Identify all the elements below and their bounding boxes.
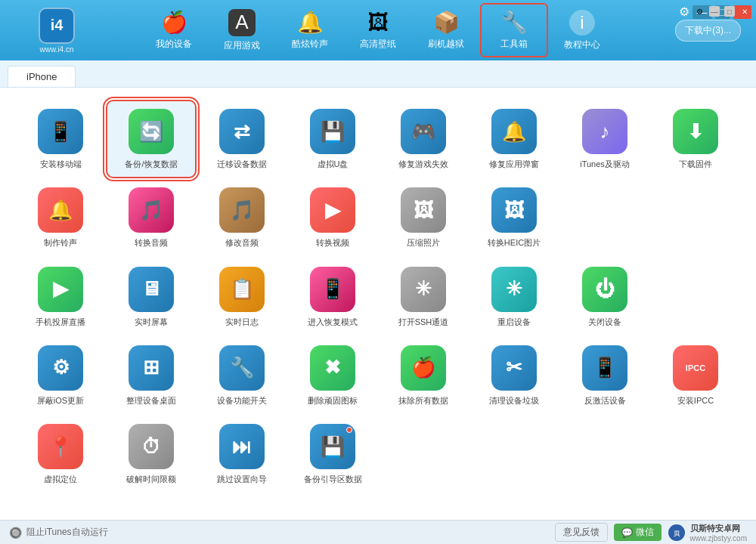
tool-icon-convert-audio: 🎵 xyxy=(129,187,174,233)
tool-item-break-time-limit[interactable]: ⏱破解时间限额 xyxy=(106,415,197,493)
tool-label-convert-video: 转换视频 xyxy=(316,237,349,248)
main-nav: 🍎 我的设备 A 应用游戏 🔔 酷炫铃声 🖼 高清壁纸 📦 刷机越狱 🔧 工具箱… xyxy=(106,3,650,57)
apple-icon: 🍎 xyxy=(161,10,187,35)
tool-item-compress-photo[interactable]: 🖼压缩照片 xyxy=(378,178,469,257)
tool-item-device-func-toggle[interactable]: 🔧设备功能开关 xyxy=(197,336,287,415)
tool-item-restart-device[interactable]: ✳重启设备 xyxy=(469,258,559,336)
wallpaper-icon: 🖼 xyxy=(367,10,389,35)
nav-item-my-device[interactable]: 🍎 我的设备 xyxy=(140,3,208,57)
tool-label-organize-desktop: 整理设备桌面 xyxy=(126,395,176,406)
tool-icon-open-ssh: ✳ xyxy=(401,267,446,312)
nav-item-tutorials[interactable]: i 教程中心 xyxy=(548,3,616,57)
tool-icon-virtual-location: 📍 xyxy=(38,424,83,469)
tool-item-recovery-mode[interactable]: 📱进入恢复模式 xyxy=(287,258,378,336)
close-btn[interactable]: ✕ xyxy=(739,6,750,17)
tool-item-make-ringtone[interactable]: 🔔制作铃声 xyxy=(15,178,106,257)
tool-icon-download-firmware: ⬇ xyxy=(673,109,718,154)
tool-label-install-mobile: 安装移动端 xyxy=(40,159,82,169)
tool-item-virtual-location[interactable]: 📍虚拟定位 xyxy=(15,415,106,493)
tool-item-backup-boot-sector[interactable]: 💾备份引导区数据 xyxy=(287,415,378,493)
wechat-button[interactable]: 💬 微信 xyxy=(614,524,662,541)
tool-item-convert-heic[interactable]: 🖼转换HEIC图片 xyxy=(469,178,559,257)
nav-item-ringtones[interactable]: 🔔 酷炫铃声 xyxy=(276,3,344,57)
tool-item-backup-restore[interactable]: 🔄备份/恢复数据 xyxy=(106,100,197,178)
tool-item-deactivate-device[interactable]: 📱反激活设备 xyxy=(559,336,650,415)
tool-item-block-ios-update[interactable]: ⚙屏蔽iOS更新 xyxy=(15,336,106,415)
brand-logo: 贝 贝斯特安卓网 www.zjbstyy.com xyxy=(668,523,747,542)
tool-item-download-firmware[interactable]: ⬇下载固件 xyxy=(650,100,741,178)
tool-icon-backup-boot-sector: 💾 xyxy=(310,424,355,469)
tool-item-realtime-log[interactable]: 📋实时日志 xyxy=(197,258,287,336)
brand-name: 贝斯特安卓网 xyxy=(690,523,747,534)
settings-icon[interactable]: ⚙ xyxy=(679,5,689,19)
itunes-block-text: 阻止iTunes自动运行 xyxy=(26,526,108,539)
tool-label-skip-setup-guide: 跳过设置向导 xyxy=(217,474,267,484)
tool-icon-convert-heic: 🖼 xyxy=(491,187,537,233)
nav-item-jailbreak[interactable]: 📦 刷机越狱 xyxy=(412,3,480,57)
main-content: 📱安装移动端🔄备份/恢复数据⇄迁移设备数据💾虚拟U盘🎮修复游戏失效🔔修复应用弹窗… xyxy=(0,88,756,520)
status-bar: 🔘 阻止iTunes自动运行 意见反馈 💬 微信 贝 贝斯特安卓网 www.zj… xyxy=(0,520,756,544)
jailbreak-icon: 📦 xyxy=(433,10,460,35)
toolbox-icon: 🔧 xyxy=(501,10,528,35)
tool-grid: 📱安装移动端🔄备份/恢复数据⇄迁移设备数据💾虚拟U盘🎮修复游戏失效🔔修复应用弹窗… xyxy=(15,100,741,493)
tool-label-screen-mirror: 手机投屏直播 xyxy=(36,317,85,327)
maximize-btn[interactable]: □ xyxy=(724,6,735,17)
tool-item-placeholder1 xyxy=(559,178,650,257)
tool-item-organize-desktop[interactable]: ⊞整理设备桌面 xyxy=(106,336,197,415)
tool-label-itunes-driver: iTunes及驱动 xyxy=(580,159,630,169)
nav-item-app-games[interactable]: A 应用游戏 xyxy=(208,3,276,57)
nav-label-wallpaper: 高清壁纸 xyxy=(360,38,396,51)
iphone-tab[interactable]: iPhone xyxy=(8,66,76,87)
tool-item-edit-audio[interactable]: 🎵修改音频 xyxy=(197,178,287,257)
tool-item-placeholder4 xyxy=(378,415,469,493)
tool-icon-fix-app-popup: 🔔 xyxy=(491,109,537,154)
tool-item-realtime-screen[interactable]: 🖥实时屏幕 xyxy=(106,258,197,336)
tool-label-download-firmware: 下载固件 xyxy=(679,159,712,169)
tool-item-convert-audio[interactable]: 🎵转换音频 xyxy=(106,178,197,257)
brand-website: www.zjbstyy.com xyxy=(690,534,747,542)
tool-label-break-time-limit: 破解时间限额 xyxy=(126,474,176,484)
nav-item-wallpaper[interactable]: 🖼 高清壁纸 xyxy=(344,3,412,57)
tool-item-skip-setup-guide[interactable]: ⏭跳过设置向导 xyxy=(197,415,287,493)
tool-item-placeholder5 xyxy=(469,415,559,493)
tool-label-convert-audio: 转换音频 xyxy=(135,237,168,248)
nav-item-toolbox[interactable]: 🔧 工具箱 xyxy=(480,3,548,57)
minimize-btn[interactable]: — xyxy=(709,6,720,17)
tool-item-screen-mirror[interactable]: ▶手机投屏直播 xyxy=(15,258,106,336)
nav-label-jailbreak: 刷机越狱 xyxy=(428,38,464,51)
tool-item-open-ssh[interactable]: ✳打开SSH通道 xyxy=(378,258,469,336)
tool-item-virtual-udisk[interactable]: 💾虚拟U盘 xyxy=(287,100,378,178)
tool-icon-backup-restore: 🔄 xyxy=(129,109,174,154)
tool-item-install-ipcc[interactable]: IPCC安装IPCC xyxy=(650,336,741,415)
feedback-button[interactable]: 意见反馈 xyxy=(555,523,608,542)
app-icon: A xyxy=(228,9,256,36)
tool-item-shutdown-device[interactable]: ⏻关闭设备 xyxy=(559,258,650,336)
tool-icon-recovery-mode: 📱 xyxy=(310,267,355,312)
tool-label-virtual-udisk: 虚拟U盘 xyxy=(318,159,349,169)
tool-label-backup-boot-sector: 备份引导区数据 xyxy=(304,474,362,484)
tool-item-fix-app-popup[interactable]: 🔔修复应用弹窗 xyxy=(469,100,559,178)
tool-item-delete-stubborn-icon[interactable]: ✖删除顽固图标 xyxy=(287,336,378,415)
tool-item-clean-device[interactable]: ✂清理设备垃圾 xyxy=(469,336,559,415)
tool-item-install-mobile[interactable]: 📱安装移动端 xyxy=(15,100,106,178)
tool-item-fix-game[interactable]: 🎮修复游戏失效 xyxy=(378,100,469,178)
tool-icon-break-time-limit: ⏱ xyxy=(129,424,174,469)
tool-item-migrate-data[interactable]: ⇄迁移设备数据 xyxy=(197,100,287,178)
tool-icon-screen-mirror: ▶ xyxy=(38,267,83,312)
tool-icon-wipe-all-data: 🍎 xyxy=(401,345,446,391)
tool-item-wipe-all-data[interactable]: 🍎抹除所有数据 xyxy=(378,336,469,415)
header-right: 下载中(3)... xyxy=(650,20,748,42)
tool-item-convert-video[interactable]: ▶转换视频 xyxy=(287,178,378,257)
download-button[interactable]: 下载中(3)... xyxy=(675,20,741,42)
tool-icon-organize-desktop: ⊞ xyxy=(129,345,174,391)
tool-label-clean-device: 清理设备垃圾 xyxy=(489,395,539,406)
settings-btn[interactable]: ⚙ xyxy=(694,6,705,17)
tool-item-itunes-driver[interactable]: ♪iTunes及驱动 xyxy=(559,100,650,178)
tool-icon-realtime-screen: 🖥 xyxy=(129,267,174,312)
tool-item-placeholder2 xyxy=(650,178,741,257)
tool-icon-virtual-udisk: 💾 xyxy=(310,109,355,154)
tool-label-deactivate-device: 反激活设备 xyxy=(584,395,626,406)
tool-icon-fix-game: 🎮 xyxy=(401,109,446,154)
tool-label-delete-stubborn-icon: 删除顽固图标 xyxy=(308,395,358,406)
tool-icon-delete-stubborn-icon: ✖ xyxy=(310,345,355,391)
